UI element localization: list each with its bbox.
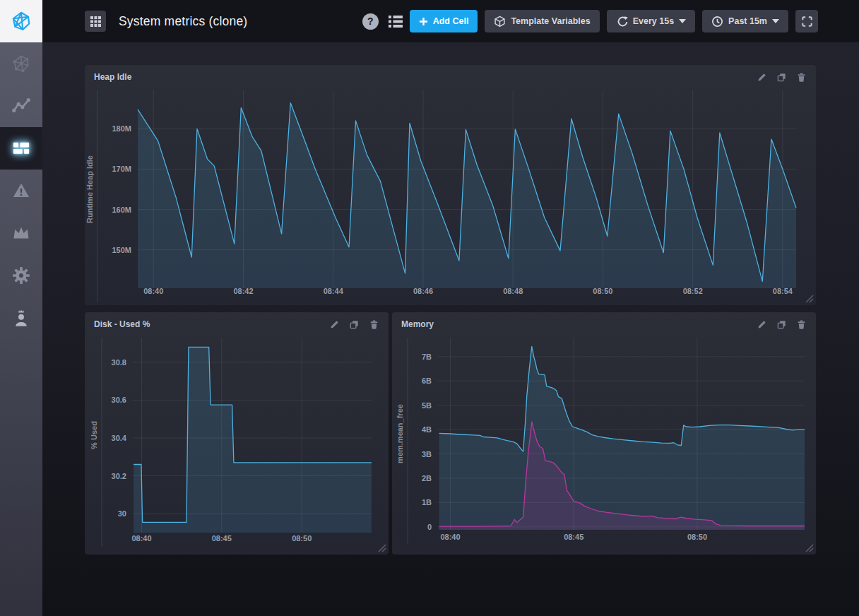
header: System metrics (clone) ? Add Cell (42, 0, 859, 42)
x-tick-label: 08:45 (564, 533, 583, 541)
resize-handle-icon[interactable] (804, 543, 814, 552)
y-tick-label: 1B (422, 498, 432, 507)
y-axis-label: % Used (90, 421, 98, 449)
y-tick-label: 30.8 (112, 358, 126, 367)
y-tick-label: 160M (112, 206, 131, 214)
cell-memory-header[interactable]: Memory (392, 312, 816, 333)
trash-icon[interactable] (796, 319, 807, 330)
template-variables-button[interactable]: Template Variables (485, 10, 599, 32)
refresh-interval-label: Every 15s (633, 16, 674, 26)
sidebar-nav (0, 42, 42, 339)
alert-triangle-icon (11, 181, 31, 201)
cell-disk-used: Disk - Used % 3030.230.430.630.808:4008:… (85, 312, 389, 555)
template-variables-label: Template Variables (511, 16, 590, 26)
series-area (134, 347, 372, 533)
time-range-dropdown[interactable]: Past 15m (702, 10, 788, 32)
cell-actions (329, 319, 379, 330)
crown-icon (11, 223, 31, 243)
duplicate-icon[interactable] (349, 319, 360, 330)
app-root: System metrics (clone) ? Add Cell (0, 0, 859, 616)
y-tick-label: 150M (112, 246, 131, 254)
x-tick-label: 08:40 (440, 533, 460, 541)
chevron-down-icon (679, 19, 686, 23)
chart-svg: 01B2B3B4B5B6B7B08:4008:4508:50mem.mean_f… (392, 312, 816, 555)
cell-title: Heap Idle (94, 72, 131, 82)
sidebar-item-data-explorer[interactable] (0, 85, 42, 127)
x-tick-label: 08:50 (687, 533, 707, 541)
y-tick-label: 7B (422, 353, 432, 361)
y-tick-label: 0 (427, 523, 432, 531)
sidebar-item-alerting[interactable] (0, 170, 42, 212)
chart-svg: 3030.230.430.630.808:4008:4508:50% Used (85, 312, 389, 555)
y-tick-label: 170M (112, 165, 131, 173)
page-title[interactable]: System metrics (clone) (119, 14, 247, 29)
y-axis-label: Runtime Heap Idle (85, 155, 94, 223)
duplicate-icon[interactable] (776, 72, 787, 83)
y-tick-label: 30.2 (112, 472, 126, 480)
trash-icon[interactable] (369, 319, 379, 330)
cell-heap-idle-header[interactable]: Heap Idle (85, 65, 816, 86)
cube-icon (494, 16, 506, 28)
cell-title: Disk - Used % (94, 319, 150, 329)
chronograf-logo[interactable] (0, 0, 42, 42)
clock-icon (711, 16, 723, 28)
dashboard-grid: Heap Idle 150M160M170M180M08:4008:4208:4… (42, 42, 859, 616)
gear-icon (11, 266, 31, 285)
help-icon[interactable]: ? (362, 13, 379, 30)
plus-icon (419, 17, 428, 26)
presentation-mode-button[interactable] (795, 10, 818, 32)
heap-idle-chart[interactable]: 150M160M170M180M08:4008:4208:4408:4608:4… (85, 65, 816, 305)
y-tick-label: 30.4 (112, 434, 127, 442)
trash-icon[interactable] (796, 72, 807, 83)
cell-title: Memory (401, 319, 434, 329)
chart-svg: 150M160M170M180M08:4008:4208:4408:4608:4… (85, 65, 816, 305)
y-tick-label: 3B (422, 450, 432, 458)
edit-pencil-icon[interactable] (757, 319, 767, 330)
chevron-down-icon (772, 19, 779, 23)
grid-icon (90, 16, 101, 27)
cell-list-button[interactable] (389, 15, 403, 28)
y-tick-label: 30 (118, 509, 126, 518)
sidebar-item-dashboards[interactable] (0, 127, 42, 170)
y-tick-label: 2B (422, 474, 432, 482)
disk-used-chart[interactable]: 3030.230.430.630.808:4008:4508:50% Used (85, 312, 389, 555)
cell-actions (757, 319, 807, 330)
refresh-interval-dropdown[interactable]: Every 15s (607, 10, 695, 32)
sidebar-item-hosts[interactable] (0, 42, 42, 85)
sidebar-item-admin[interactable] (0, 212, 42, 254)
sidebar-item-admin-user[interactable] (0, 297, 42, 339)
add-cell-button[interactable]: Add Cell (410, 10, 478, 32)
sidebar (0, 0, 42, 616)
x-tick-label: 08:45 (212, 534, 232, 543)
resize-handle-icon[interactable] (804, 293, 814, 303)
edit-pencil-icon[interactable] (329, 319, 340, 330)
y-axis-label: mem.mean_free (396, 404, 404, 463)
y-tick-label: 180M (112, 124, 131, 133)
cell-memory: Memory 01B2B3B4B5B6B7B08:4008:4508:50mem… (392, 312, 816, 555)
y-tick-label: 30.6 (112, 396, 126, 404)
fullscreen-icon (801, 16, 813, 28)
cell-heap-idle: Heap Idle 150M160M170M180M08:4008:4208:4… (85, 65, 816, 305)
add-cell-label: Add Cell (433, 16, 469, 26)
duplicate-icon[interactable] (776, 319, 787, 330)
time-range-label: Past 15m (728, 16, 767, 26)
hosts-icon (11, 54, 31, 73)
y-tick-label: 5B (422, 401, 432, 410)
sidebar-item-configuration[interactable] (0, 254, 42, 297)
y-tick-label: 6B (422, 377, 432, 385)
resize-handle-icon[interactable] (377, 543, 386, 552)
list-icon (389, 15, 403, 28)
memory-chart[interactable]: 01B2B3B4B5B6B7B08:4008:4508:50mem.mean_f… (392, 312, 816, 555)
x-tick-label: 08:50 (292, 534, 312, 543)
cell-disk-used-header[interactable]: Disk - Used % (85, 312, 389, 333)
y-tick-label: 4B (422, 425, 432, 434)
cell-actions (757, 72, 807, 83)
user-crown-icon (11, 308, 31, 328)
dashboard-index-button[interactable] (85, 11, 106, 32)
edit-pencil-icon[interactable] (757, 72, 767, 83)
x-tick-label: 08:40 (131, 534, 151, 543)
graph-line-icon (11, 96, 31, 116)
dashboards-grid-icon (11, 138, 31, 158)
chronograf-logo-icon (11, 11, 32, 32)
refresh-icon (616, 16, 628, 28)
